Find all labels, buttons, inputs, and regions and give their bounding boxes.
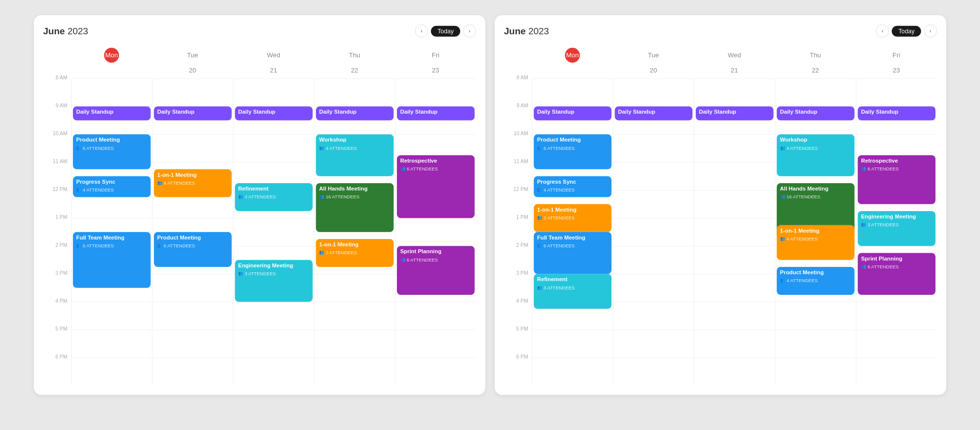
today-button[interactable]: Today	[431, 25, 461, 36]
calendar-event[interactable]: Product Meeting👥6 ATTENDEES	[534, 134, 612, 169]
day-col-1: Daily Standup	[613, 78, 694, 385]
hour-line-0	[315, 78, 395, 79]
day-header-2: Wed 21	[694, 45, 775, 77]
calendar-event[interactable]: Daily Standup	[316, 106, 394, 120]
hour-line-3	[694, 162, 775, 163]
calendar-event[interactable]: Refinement👥3 ATTENDEES	[235, 183, 313, 211]
day-header-1: Tue 20	[613, 45, 694, 77]
hour-line-6	[694, 246, 775, 246]
prev-button[interactable]: ‹	[415, 24, 428, 38]
time-slot-3: 11 AM	[43, 159, 71, 187]
day-col-4: Daily StandupRetrospective👥6 ATTENDEESSp…	[395, 78, 476, 385]
calendar-event[interactable]: 1-on-1 Meeting👥4 ATTENDEES	[777, 225, 855, 260]
calendar-event[interactable]: Retrospective👥6 ATTENDEES	[858, 155, 936, 204]
calendar-event[interactable]: Progress Sync👥4 ATTENDEES	[73, 176, 151, 197]
day-header-4: Fri 23	[856, 45, 937, 77]
hour-line-2	[152, 134, 233, 135]
day-col-3: Daily StandupWorkshop👥4 ATTENDEESAll Han…	[314, 78, 395, 385]
hour-line-10	[315, 358, 395, 358]
calendar-event[interactable]: Retrospective👥6 ATTENDEES	[397, 155, 475, 218]
attendees-icon: 👥	[537, 145, 542, 150]
event-title: Retrospective	[400, 158, 471, 165]
event-attendees: 👥4 ATTENDEES	[537, 187, 608, 192]
time-slot-5: 1 PM	[43, 215, 71, 242]
event-title: Engineering Meeting	[861, 214, 932, 221]
calendar-event[interactable]: Daily Standup	[73, 106, 151, 120]
calendar-event[interactable]: Daily Standup	[696, 106, 774, 120]
hour-line-3	[234, 162, 314, 163]
day-num-3: Thu 22	[347, 48, 362, 63]
attendees-icon: 👥	[157, 243, 162, 248]
event-title: All Hands Meeting	[319, 186, 390, 193]
day-header-1: Tue 20	[152, 45, 233, 77]
calendar-event[interactable]: Daily Standup	[397, 106, 475, 120]
hour-line-8	[694, 302, 775, 302]
calendar-event[interactable]: Engineering Meeting👥3 ATTENDEES	[235, 260, 313, 302]
hour-line-10	[694, 358, 775, 358]
today-button[interactable]: Today	[892, 25, 921, 36]
attendees-icon: 👥	[537, 215, 542, 220]
event-title: Workshop	[780, 137, 851, 144]
calendar-event[interactable]: All Hands Meeting👥16 ATTENDEES	[316, 183, 394, 232]
hour-line-8	[72, 302, 152, 302]
time-slot-0: 8 AM	[43, 75, 71, 103]
calendar-card-1: June 2023‹Today›Mon 19Tue 20Wed 21Thu 22…	[34, 15, 486, 395]
hour-line-4	[613, 190, 694, 191]
grid-body: 8 AM9 AM10 AM11 AM12 PM1 PM2 PM3 PM4 PM5…	[43, 78, 476, 385]
next-button[interactable]: ›	[924, 24, 937, 38]
attendees-icon: 👥	[861, 167, 866, 171]
calendar-event[interactable]: Workshop👥4 ATTENDEES	[777, 134, 855, 176]
nav-controls: ‹Today›	[876, 24, 937, 38]
attendees-count: 2 ATTENDEES	[326, 250, 357, 255]
calendar-event[interactable]: Daily Standup	[235, 106, 313, 120]
day-header-3: Thu 22	[314, 45, 395, 77]
calendar-event[interactable]: Progress Sync👥4 ATTENDEES	[534, 176, 612, 197]
calendar-event[interactable]: Refinement👥3 ATTENDEES	[534, 274, 612, 309]
hour-line-5	[395, 218, 476, 218]
calendar-event[interactable]: Product Meeting👥6 ATTENDEES	[73, 134, 151, 169]
calendar-event[interactable]: Daily Standup	[858, 106, 936, 120]
calendar-header: June 2023‹Today›	[43, 24, 476, 38]
time-slot-7: 3 PM	[43, 270, 71, 298]
event-title: Daily Standup	[861, 109, 932, 116]
hour-line-7	[613, 274, 694, 274]
calendar-event[interactable]: 1-on-1 Meeting👥2 ATTENDEES	[534, 204, 612, 232]
calendar-event[interactable]: 1-on-1 Meeting👥4 ATTENDEES	[154, 169, 232, 197]
attendees-count: 6 ATTENDEES	[543, 145, 575, 150]
calendar-event[interactable]: 1-on-1 Meeting👥2 ATTENDEES	[316, 239, 394, 267]
calendar-event[interactable]: Daily Standup	[615, 106, 693, 120]
hour-line-9	[775, 330, 856, 330]
next-button[interactable]: ›	[463, 24, 476, 38]
calendar-event[interactable]: Sprint Planning👥6 ATTENDEES	[858, 253, 936, 295]
time-slot-4: 12 PM	[43, 187, 71, 215]
calendar-event[interactable]: Daily Standup	[154, 106, 232, 120]
attendees-count: 3 ATTENDEES	[543, 285, 575, 290]
attendees-icon: 👥	[780, 145, 785, 150]
calendar-event[interactable]: Product Meeting👥4 ATTENDEES	[777, 267, 855, 295]
calendar-event[interactable]: Full Team Meeting👥6 ATTENDEES	[73, 232, 151, 288]
calendar-event[interactable]: Daily Standup	[534, 106, 612, 120]
day-col-3: Daily StandupWorkshop👥4 ATTENDEESAll Han…	[775, 78, 856, 385]
day-col-2: Daily StandupRefinement👥3 ATTENDEESEngin…	[233, 78, 314, 385]
hour-line-3	[613, 162, 694, 163]
hour-line-6	[234, 246, 314, 246]
calendar-event[interactable]: Daily Standup	[777, 106, 855, 120]
event-title: 1-on-1 Meeting	[537, 206, 608, 214]
attendees-icon: 👥	[319, 250, 324, 255]
calendar-event[interactable]: Full Team Meeting👥6 ATTENDEES	[534, 232, 612, 274]
hour-line-3	[152, 162, 233, 163]
calendar-event[interactable]: Sprint Planning👥6 ATTENDEES	[397, 246, 475, 295]
time-slot-1: 9 AM	[504, 103, 532, 131]
time-slot-10: 6 PM	[43, 354, 71, 382]
time-column: 8 AM9 AM10 AM11 AM12 PM1 PM2 PM3 PM4 PM5…	[43, 78, 71, 385]
event-title: Daily Standup	[157, 109, 228, 116]
calendar-event[interactable]: Product Meeting👥6 ATTENDEES	[154, 232, 232, 267]
event-title: Refinement	[238, 186, 309, 193]
attendees-icon: 👥	[76, 188, 81, 192]
event-title: Daily Standup	[238, 109, 309, 116]
prev-button[interactable]: ‹	[876, 24, 889, 38]
calendar-event[interactable]: Engineering Meeting👥3 ATTENDEES	[858, 211, 936, 246]
hour-line-5	[234, 218, 314, 218]
hour-line-9	[72, 330, 152, 330]
calendar-event[interactable]: Workshop👥4 ATTENDEES	[316, 134, 394, 176]
